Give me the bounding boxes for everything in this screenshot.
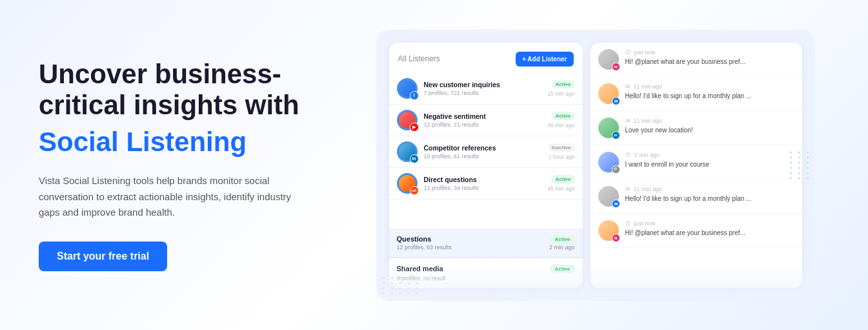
avatar: ✉ xyxy=(598,186,619,207)
listener-right: Active 45 min ago xyxy=(547,112,574,129)
listener-info: Direct questions 11 profiles, 34 results xyxy=(424,176,541,191)
avatar: ▶ xyxy=(397,110,418,130)
message-content: ✉ 11 min ago Hello! I'd like to sign up … xyxy=(625,186,794,203)
avatar: ig xyxy=(598,49,619,70)
envelope-icon: ✉ xyxy=(625,83,631,90)
clock-icon: ⏱ xyxy=(625,49,631,56)
list-item[interactable]: in Competitor references 10 profiles, 41… xyxy=(389,136,583,168)
listener-info: Competitor references 10 profiles, 41 re… xyxy=(424,144,541,160)
status-badge: Active xyxy=(551,80,574,88)
message-time: 2 min ago xyxy=(634,152,660,158)
active-time: 2 min ago xyxy=(549,244,575,251)
list-item[interactable]: ⏱ ⏱ 2 min ago I want to enroll in your c… xyxy=(590,145,802,180)
shared-media-meta: 9 profiles, no result xyxy=(397,275,575,282)
message-text: Hi! @planet what are your business pref.… xyxy=(625,229,794,238)
list-item[interactable]: ig ⏱ just now Hi! @planet what are your … xyxy=(590,43,802,77)
message-text: Hello! I'd like to sign up for a monthly… xyxy=(625,194,794,203)
listeners-list: f New customer inquiries 7 profiles, 721… xyxy=(389,73,583,229)
listener-name: Competitor references xyxy=(424,144,541,152)
avatar: ig xyxy=(598,220,619,241)
social-badge: ✉ xyxy=(612,200,620,208)
description: Vista Social Listening tools help brands… xyxy=(39,173,310,221)
active-section-title: Questions xyxy=(397,235,432,243)
list-item[interactable]: in ✉ 11 min ago Love your new location! xyxy=(590,111,802,145)
listeners-pane: All Listeners + Add Listener f New custo… xyxy=(389,43,583,288)
add-listener-button[interactable]: + Add Listener xyxy=(516,52,573,67)
avatar: f xyxy=(397,78,418,99)
active-section-meta: 12 profiles, 63 results 2 min ago xyxy=(397,244,575,251)
message-text: Hi! @planet what are your business pref.… xyxy=(625,57,794,67)
cta-button[interactable]: Start your free trial xyxy=(39,242,167,271)
right-panel: All Listeners + Add Listener f New custo… xyxy=(361,23,829,307)
active-section[interactable]: Questions Active 12 profiles, 63 results… xyxy=(389,229,583,258)
status-badge: Active xyxy=(551,175,574,183)
message-time: 11 min ago xyxy=(634,186,663,192)
avatar: ⏱ xyxy=(598,152,619,172)
active-profiles: 12 profiles, 63 results xyxy=(397,244,452,251)
social-badge: ig xyxy=(612,234,620,242)
social-badge: ✉ xyxy=(612,97,620,105)
listener-right: Inactive 1 hour ago xyxy=(548,143,575,160)
listeners-title: All Listeners xyxy=(398,54,440,63)
listener-right: Active 15 min ago xyxy=(547,80,574,97)
listener-name: Negative sentiment xyxy=(424,112,541,120)
headline-blue: Social Listening xyxy=(39,127,336,158)
list-item[interactable]: ▶ Negative sentiment 12 profiles, 21 res… xyxy=(389,105,583,136)
envelope-icon: ✉ xyxy=(625,186,631,192)
mockup-container: All Listeners + Add Listener f New custo… xyxy=(376,30,815,301)
listeners-header: All Listeners + Add Listener xyxy=(389,43,583,73)
listener-meta: 10 profiles, 41 results xyxy=(424,153,541,160)
listener-info: New customer inquiries 7 profiles, 721 r… xyxy=(424,81,541,96)
listener-meta: 11 profiles, 34 results xyxy=(424,185,541,191)
list-item[interactable]: ig ⏱ just now Hi! @planet what are your … xyxy=(590,214,802,248)
social-badge: ⏱ xyxy=(612,165,620,174)
message-content: ⏱ just now Hi! @planet what are your bus… xyxy=(625,220,794,238)
message-time: 11 min ago xyxy=(634,83,663,90)
message-content: ✉ 11 min ago Hello! I'd like to sign up … xyxy=(625,83,794,101)
dot-grid-bottom-left xyxy=(383,277,421,294)
left-panel: Uncover business-critical insights with … xyxy=(39,59,361,271)
status-badge: Inactive xyxy=(548,143,575,152)
questions-status: Active xyxy=(550,235,574,243)
message-text: I want to enroll in your course xyxy=(625,160,794,169)
time-ago: 15 min ago xyxy=(547,90,574,97)
avatar: ✉ xyxy=(598,83,619,104)
message-time: just now xyxy=(634,49,656,56)
avatar: in xyxy=(397,141,418,162)
time-ago: 45 min ago xyxy=(547,185,574,192)
listener-meta: 7 profiles, 721 results xyxy=(424,90,541,96)
list-item[interactable]: rdt Direct questions 11 profiles, 34 res… xyxy=(389,168,583,200)
listener-name: New customer inquiries xyxy=(424,81,541,88)
message-content: ✉ 11 min ago Love your new location! xyxy=(625,118,794,135)
status-badge: Active xyxy=(551,112,574,120)
social-badge: in xyxy=(612,131,620,139)
clock-icon: ⏱ xyxy=(625,152,631,158)
message-time: 11 min ago xyxy=(634,118,663,124)
listener-name: Direct questions xyxy=(424,176,541,183)
social-badge: ig xyxy=(612,63,620,71)
avatar: in xyxy=(598,118,619,138)
avatar: rdt xyxy=(397,173,418,194)
social-badge: ▶ xyxy=(410,123,419,132)
headline: Uncover business-critical insights with xyxy=(39,59,336,121)
message-time: just now xyxy=(634,220,656,227)
social-badge: in xyxy=(410,154,419,163)
social-badge: f xyxy=(410,91,419,100)
list-item[interactable]: f New customer inquiries 7 profiles, 721… xyxy=(389,73,583,105)
headline-text: Uncover business-critical insights with xyxy=(39,59,299,120)
listener-right: Active 45 min ago xyxy=(547,175,574,192)
time-ago: 45 min ago xyxy=(547,122,574,129)
shared-media-header: Shared media Active xyxy=(397,265,575,273)
list-item[interactable]: ✉ ✉ 11 min ago Hello! I'd like to sign u… xyxy=(590,77,802,111)
list-item[interactable]: ✉ ✉ 11 min ago Hello! I'd like to sign u… xyxy=(590,180,802,214)
clock-icon: ⏱ xyxy=(625,220,631,227)
shared-media-status: Active xyxy=(550,265,574,273)
page-wrapper: Uncover business-critical insights with … xyxy=(0,0,868,330)
messages-pane: ig ⏱ just now Hi! @planet what are your … xyxy=(590,43,802,288)
message-content: ⏱ just now Hi! @planet what are your bus… xyxy=(625,49,794,67)
message-text: Love your new location! xyxy=(625,126,794,135)
message-text: Hello! I'd like to sign up for a monthly… xyxy=(625,92,794,101)
envelope-icon: ✉ xyxy=(625,118,631,124)
messages-list: ig ⏱ just now Hi! @planet what are your … xyxy=(590,43,802,288)
listener-meta: 12 profiles, 21 results xyxy=(424,121,541,128)
